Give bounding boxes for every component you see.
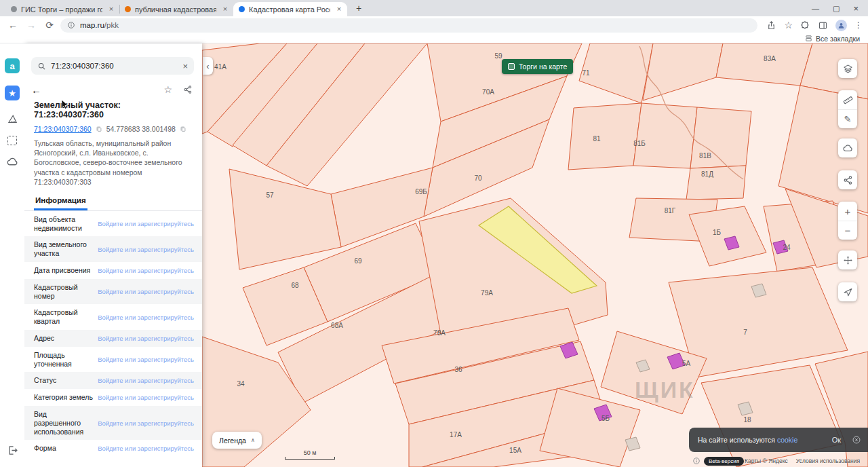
login-register-link[interactable]: Войдите или зарегистрируйтесь bbox=[98, 419, 194, 427]
parcel[interactable] bbox=[686, 166, 746, 200]
browser-menu-icon[interactable]: ⋮ bbox=[854, 20, 863, 30]
minimize-button[interactable]: — bbox=[812, 5, 819, 12]
building-gray[interactable] bbox=[625, 437, 640, 451]
rail-cloud-icon[interactable] bbox=[5, 154, 20, 169]
cookie-ok-button[interactable]: Ок bbox=[828, 434, 845, 446]
address-bar[interactable]: map.ru/pkk bbox=[60, 18, 757, 33]
rail-favorites-active[interactable]: ★ bbox=[5, 86, 20, 100]
parcel-label: 57 bbox=[266, 191, 274, 199]
parcel-label: 59 bbox=[494, 52, 502, 60]
cadastral-number-link[interactable]: 71:23:040307:360 bbox=[34, 125, 92, 133]
favorite-star-icon[interactable]: ☆ bbox=[163, 84, 172, 95]
app-logo[interactable]: a bbox=[5, 58, 20, 73]
copy-icon[interactable] bbox=[180, 126, 186, 132]
parcel[interactable] bbox=[716, 43, 812, 86]
measure-button[interactable] bbox=[838, 90, 857, 109]
url-path: /pkk bbox=[104, 21, 119, 29]
tab-close-icon[interactable]: × bbox=[106, 5, 116, 14]
parcel-label: 41А bbox=[214, 63, 226, 71]
tab-gis-torgi[interactable]: ГИС Торги – продажи госуд × bbox=[5, 2, 119, 16]
layers-button[interactable] bbox=[838, 59, 857, 78]
tab-public-cadastral[interactable]: публичная кадастровая ка × bbox=[119, 2, 233, 16]
search-input[interactable] bbox=[51, 62, 178, 70]
login-register-link[interactable]: Войдите или зарегистрируйтесь bbox=[98, 335, 194, 342]
zoom-controls: + − bbox=[838, 202, 857, 240]
attribution-yandex[interactable]: Карты © Яндекс bbox=[745, 457, 788, 464]
login-register-link[interactable]: Войдите или зарегистрируйтесь bbox=[98, 267, 194, 274]
panel-back-button[interactable]: ← bbox=[31, 84, 41, 96]
side-panel-icon[interactable] bbox=[818, 20, 828, 31]
site-info-icon[interactable] bbox=[67, 21, 75, 29]
cookie-link[interactable]: cookie bbox=[777, 436, 797, 444]
login-register-link[interactable]: Войдите или зарегистрируйтесь bbox=[98, 288, 194, 295]
map-canvas[interactable]: ЩИК 5941А70А7183А8181Б81В81Д81Г7069Б5769… bbox=[202, 43, 868, 467]
tab-cadastral-map-active[interactable]: Кадастровая карта России × bbox=[233, 2, 347, 16]
clear-search-icon[interactable]: × bbox=[182, 61, 188, 71]
parcel[interactable] bbox=[633, 103, 697, 168]
login-register-link[interactable]: Войдите или зарегистрируйтесь bbox=[98, 377, 194, 384]
login-register-link[interactable]: Войдите или зарегистрируйтесь bbox=[98, 314, 194, 321]
login-register-link[interactable]: Войдите или зарегистрируйтесь bbox=[98, 356, 194, 363]
attribution-terms-link[interactable]: Условия использования bbox=[796, 457, 860, 464]
tab-information[interactable]: Информация bbox=[34, 193, 87, 210]
login-register-link[interactable]: Войдите или зарегистрируйтесь bbox=[98, 220, 194, 227]
map-share-button[interactable] bbox=[838, 170, 857, 189]
rail-measure-icon[interactable] bbox=[5, 111, 20, 126]
tab-favicon bbox=[125, 6, 131, 12]
pan-button[interactable] bbox=[838, 250, 857, 269]
parcel-label: 69 bbox=[354, 257, 362, 265]
cadastral-map[interactable]: ЩИК 5941А70А7183А8181Б81В81Д81Г7069Б5769… bbox=[202, 43, 868, 467]
parcel-label: 81Д bbox=[701, 170, 713, 178]
extensions-icon[interactable] bbox=[800, 20, 810, 31]
field-label: Категория земель bbox=[34, 393, 94, 402]
app-rail: a ★ bbox=[0, 43, 24, 467]
tab-favicon bbox=[239, 6, 245, 12]
browser-window: ГИС Торги – продажи госуд × публичная ка… bbox=[0, 0, 868, 467]
panel-collapse-button[interactable]: ‹ bbox=[203, 57, 213, 75]
parcel-label: 34 bbox=[237, 380, 245, 388]
map-info-icon[interactable] bbox=[692, 457, 701, 465]
parcel[interactable] bbox=[229, 169, 341, 269]
new-tab-button[interactable]: + bbox=[351, 1, 366, 16]
parcel-label: 70А bbox=[482, 88, 494, 96]
coordinates-value: 54.778683 38.001498 bbox=[106, 125, 176, 133]
parcel[interactable] bbox=[689, 206, 766, 266]
panel-share-icon[interactable] bbox=[183, 85, 193, 94]
tab-close-icon[interactable]: × bbox=[334, 5, 344, 14]
zoom-out-button[interactable]: − bbox=[838, 221, 857, 240]
all-bookmarks-link[interactable]: Все закладки bbox=[816, 35, 860, 43]
url-host: map.ru bbox=[80, 21, 104, 29]
upload-button[interactable] bbox=[838, 138, 857, 157]
login-register-link[interactable]: Войдите или зарегистрируйтесь bbox=[98, 246, 194, 253]
cookie-close-icon[interactable] bbox=[852, 435, 861, 445]
field-label: Вид объекта недвижимости bbox=[34, 215, 94, 233]
profile-avatar[interactable] bbox=[835, 20, 847, 31]
legend-button[interactable]: Легенда ∧ bbox=[212, 432, 262, 449]
zoom-in-button[interactable]: + bbox=[838, 202, 857, 221]
close-button[interactable]: × bbox=[853, 4, 859, 13]
my-location-button[interactable] bbox=[838, 282, 857, 301]
login-register-link[interactable]: Войдите или зарегистрируйтесь bbox=[98, 445, 194, 452]
search-box[interactable]: × bbox=[31, 57, 194, 75]
share-icon[interactable] bbox=[766, 20, 776, 31]
field-label: Статус bbox=[34, 376, 94, 385]
tab-close-icon[interactable]: × bbox=[220, 5, 230, 14]
cookie-text: На сайте используются bbox=[698, 436, 775, 444]
search-icon bbox=[37, 62, 46, 71]
bookmark-star-icon[interactable]: ☆ bbox=[784, 20, 793, 31]
parcel[interactable] bbox=[643, 43, 723, 100]
mouse-cursor bbox=[61, 99, 71, 110]
rail-login-icon[interactable] bbox=[5, 443, 20, 457]
torgi-on-map-button[interactable]: Торги на карте bbox=[502, 59, 573, 74]
torgi-checkbox[interactable] bbox=[508, 63, 515, 70]
login-register-link[interactable]: Войдите или зарегистрируйтесь bbox=[98, 394, 194, 401]
tab-label: публичная кадастровая ка bbox=[135, 5, 216, 14]
edit-button[interactable]: ✎ bbox=[838, 109, 857, 128]
forward-button[interactable]: → bbox=[24, 18, 39, 33]
copy-icon[interactable] bbox=[96, 126, 102, 132]
rail-select-area-icon[interactable] bbox=[5, 133, 20, 148]
parcel[interactable] bbox=[568, 103, 642, 170]
maximize-button[interactable]: ▢ bbox=[833, 5, 840, 12]
back-button[interactable]: ← bbox=[5, 18, 20, 33]
reload-button[interactable]: ⟳ bbox=[42, 18, 57, 33]
